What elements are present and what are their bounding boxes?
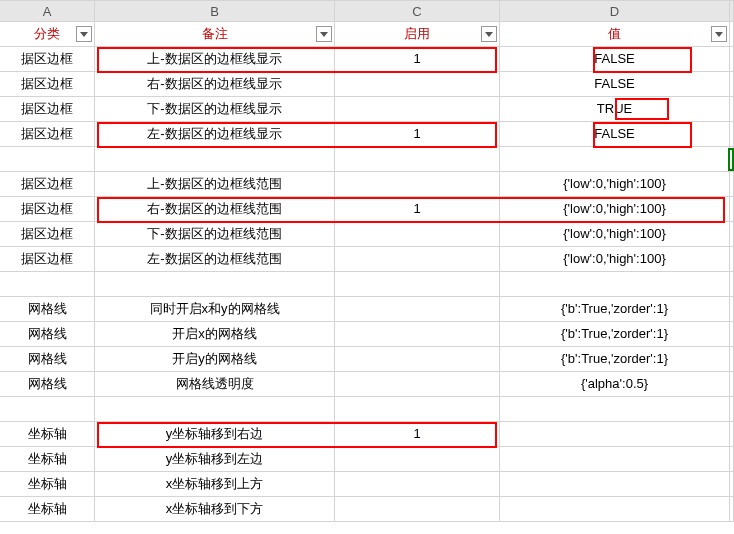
cell-d[interactable]: {'low':0,'high':100} <box>500 172 730 197</box>
cell-e[interactable] <box>730 297 734 322</box>
cell-e[interactable] <box>730 472 734 497</box>
cell-a[interactable] <box>0 147 95 172</box>
cell-b[interactable]: 网格线透明度 <box>95 372 335 397</box>
cell-e[interactable] <box>730 222 734 247</box>
cell-d[interactable]: {'b':True,'zorder':1} <box>500 322 730 347</box>
cell-e[interactable] <box>730 422 734 447</box>
cell-a[interactable]: 网格线 <box>0 347 95 372</box>
cell-e[interactable] <box>730 47 734 72</box>
cell-b[interactable]: 开启x的网格线 <box>95 322 335 347</box>
cell-b[interactable]: 上-数据区的边框线显示 <box>95 47 335 72</box>
cell-c[interactable] <box>335 147 500 172</box>
col-header-a[interactable]: A <box>0 1 95 22</box>
cell-a[interactable] <box>0 272 95 297</box>
cell-d[interactable] <box>500 272 730 297</box>
cell-a[interactable]: 据区边框 <box>0 47 95 72</box>
cell-a[interactable]: 坐标轴 <box>0 472 95 497</box>
cell-e[interactable] <box>730 447 734 472</box>
header-notes[interactable]: 备注 <box>95 22 335 47</box>
cell-c[interactable]: 1 <box>335 422 500 447</box>
col-header-b[interactable]: B <box>95 1 335 22</box>
cell-c[interactable]: 1 <box>335 197 500 222</box>
cell-b[interactable]: 左-数据区的边框线范围 <box>95 247 335 272</box>
cell-c[interactable] <box>335 322 500 347</box>
cell-d[interactable]: {'low':0,'high':100} <box>500 222 730 247</box>
cell-c[interactable] <box>335 372 500 397</box>
cell-b[interactable]: 开启y的网格线 <box>95 347 335 372</box>
cell-c[interactable] <box>335 272 500 297</box>
cell-d[interactable] <box>500 422 730 447</box>
cell-e[interactable] <box>730 497 734 522</box>
cell-a[interactable]: 坐标轴 <box>0 447 95 472</box>
cell-a[interactable]: 网格线 <box>0 297 95 322</box>
cell-e[interactable] <box>730 397 734 422</box>
cell-a[interactable]: 网格线 <box>0 372 95 397</box>
cell-e[interactable] <box>730 122 734 147</box>
cell-d[interactable]: {'b':True,'zorder':1} <box>500 297 730 322</box>
cell-b[interactable] <box>95 397 335 422</box>
cell-c[interactable]: 1 <box>335 122 500 147</box>
cell-e[interactable] <box>730 272 734 297</box>
cell-a[interactable]: 据区边框 <box>0 97 95 122</box>
cell-b[interactable]: 右-数据区的边框线显示 <box>95 72 335 97</box>
cell-b[interactable] <box>95 272 335 297</box>
cell-e[interactable] <box>730 347 734 372</box>
cell-a[interactable]: 据区边框 <box>0 122 95 147</box>
col-header-e[interactable] <box>730 1 734 22</box>
cell-c[interactable] <box>335 347 500 372</box>
cell-d[interactable]: TRUE <box>500 97 730 122</box>
cell-c[interactable] <box>335 472 500 497</box>
cell-e[interactable] <box>730 322 734 347</box>
cell-e[interactable] <box>730 247 734 272</box>
cell-a[interactable]: 据区边框 <box>0 222 95 247</box>
cell-c[interactable] <box>335 447 500 472</box>
cell-c[interactable] <box>335 397 500 422</box>
cell-b[interactable]: 同时开启x和y的网格线 <box>95 297 335 322</box>
cell-d[interactable] <box>500 447 730 472</box>
cell-d[interactable]: {'low':0,'high':100} <box>500 247 730 272</box>
filter-button-b[interactable] <box>316 26 332 42</box>
cell-a[interactable]: 坐标轴 <box>0 422 95 447</box>
cell-a[interactable]: 据区边框 <box>0 247 95 272</box>
filter-button-c[interactable] <box>481 26 497 42</box>
cell-d[interactable] <box>500 147 730 172</box>
col-header-d[interactable]: D <box>500 1 730 22</box>
cell-d[interactable]: {'low':0,'high':100} <box>500 197 730 222</box>
cell-c[interactable] <box>335 497 500 522</box>
cell-d[interactable]: FALSE <box>500 122 730 147</box>
cell-b[interactable]: x坐标轴移到下方 <box>95 497 335 522</box>
cell-e[interactable] <box>730 172 734 197</box>
cell-a[interactable]: 据区边框 <box>0 72 95 97</box>
cell-d[interactable]: FALSE <box>500 47 730 72</box>
cell-d[interactable] <box>500 472 730 497</box>
cell-e[interactable] <box>730 147 734 172</box>
cell-d[interactable] <box>500 397 730 422</box>
cell-a[interactable] <box>0 397 95 422</box>
col-header-c[interactable]: C <box>335 1 500 22</box>
cell-e[interactable] <box>730 72 734 97</box>
cell-b[interactable]: 下-数据区的边框线显示 <box>95 97 335 122</box>
filter-button-d[interactable] <box>711 26 727 42</box>
cell-e[interactable] <box>730 197 734 222</box>
cell-c[interactable] <box>335 72 500 97</box>
cell-c[interactable]: 1 <box>335 47 500 72</box>
cell-c[interactable] <box>335 247 500 272</box>
cell-b[interactable]: 上-数据区的边框线范围 <box>95 172 335 197</box>
cell-b[interactable]: y坐标轴移到左边 <box>95 447 335 472</box>
cell-c[interactable] <box>335 97 500 122</box>
cell-a[interactable]: 据区边框 <box>0 172 95 197</box>
cell-a[interactable]: 据区边框 <box>0 197 95 222</box>
cell-b[interactable] <box>95 147 335 172</box>
cell-b[interactable]: 右-数据区的边框线范围 <box>95 197 335 222</box>
cell-d[interactable]: FALSE <box>500 72 730 97</box>
header-value[interactable]: 值 <box>500 22 730 47</box>
cell-b[interactable]: y坐标轴移到右边 <box>95 422 335 447</box>
cell-b[interactable]: x坐标轴移到上方 <box>95 472 335 497</box>
cell-a[interactable]: 网格线 <box>0 322 95 347</box>
cell-b[interactable]: 左-数据区的边框线显示 <box>95 122 335 147</box>
cell-c[interactable] <box>335 222 500 247</box>
cell-b[interactable]: 下-数据区的边框线范围 <box>95 222 335 247</box>
cell-d[interactable]: {'b':True,'zorder':1} <box>500 347 730 372</box>
cell-c[interactable] <box>335 172 500 197</box>
cell-e[interactable] <box>730 372 734 397</box>
